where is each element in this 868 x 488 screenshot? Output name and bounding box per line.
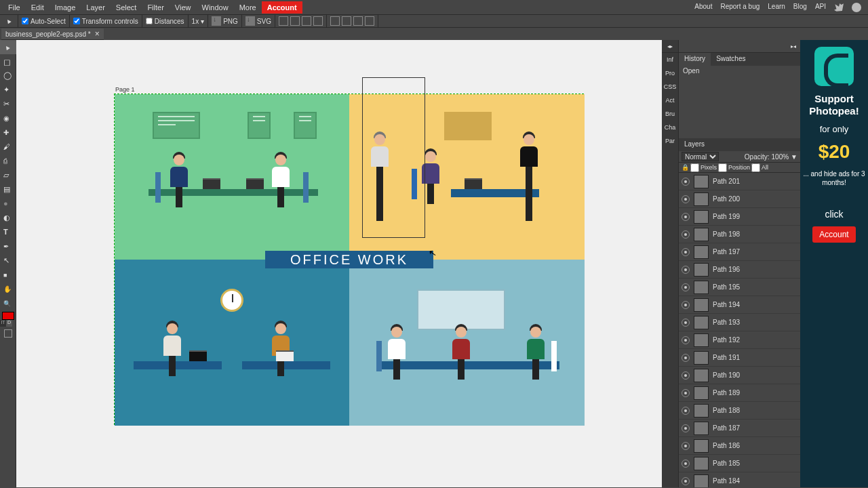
marquee-tool[interactable] (0, 54, 16, 68)
layer-visibility-icon[interactable] (682, 319, 690, 327)
layer-thumbnail[interactable] (694, 422, 709, 435)
export-svg[interactable]: SVG (257, 18, 271, 25)
layer-thumbnail[interactable] (694, 386, 709, 400)
mask-mode-icon[interactable] (4, 329, 12, 338)
layer-row[interactable]: Path 186 (679, 437, 800, 455)
layer-visibility-icon[interactable] (682, 266, 690, 274)
swatches-tab[interactable]: Swatches (711, 53, 751, 66)
artboard[interactable]: OFFICE WORK (114, 94, 584, 425)
dist-t-icon[interactable] (365, 16, 374, 26)
layer-thumbnail[interactable] (694, 281, 709, 294)
menu-image[interactable]: Image (50, 1, 81, 14)
layer-visibility-icon[interactable] (682, 354, 690, 362)
layer-row[interactable]: Path 195 (679, 279, 800, 296)
layer-thumbnail[interactable] (694, 192, 709, 206)
history-entry[interactable]: Open (683, 67, 796, 75)
distances-checkbox[interactable] (146, 18, 153, 24)
facebook-icon[interactable] (848, 1, 865, 14)
lock-pixels-checkbox[interactable] (690, 163, 699, 172)
path-select-tool[interactable] (0, 253, 16, 268)
heal-tool[interactable] (0, 125, 16, 140)
align-top-icon[interactable] (313, 16, 323, 26)
menu-view[interactable]: View (170, 1, 197, 14)
layer-visibility-icon[interactable] (682, 407, 690, 415)
layer-visibility-icon[interactable] (682, 389, 690, 397)
layer-thumbnail[interactable] (694, 404, 709, 418)
layer-thumbnail[interactable] (694, 210, 709, 224)
menu-window[interactable]: Window (197, 1, 234, 14)
export-png[interactable]: PNG (223, 18, 238, 25)
layer-visibility-icon[interactable] (682, 424, 690, 432)
close-tab-icon[interactable]: × (95, 29, 100, 39)
layer-visibility-icon[interactable] (682, 283, 690, 291)
document-tab[interactable]: business_people2-eps.psd * × (1, 28, 104, 40)
export-scale[interactable]: 1x (192, 18, 199, 25)
stamp-tool[interactable] (0, 154, 16, 168)
layer-thumbnail[interactable] (694, 228, 709, 241)
layer-row[interactable]: Path 198 (679, 226, 800, 243)
layer-thumbnail[interactable] (694, 298, 709, 312)
opacity-value[interactable]: 100% (772, 153, 789, 161)
panel-tab-char[interactable]: Cha (662, 121, 678, 134)
pen-tool[interactable] (0, 239, 16, 253)
panel-tab-brush[interactable]: Bru (662, 107, 678, 121)
layer-visibility-icon[interactable] (682, 178, 690, 186)
layer-row[interactable]: Path 185 (679, 455, 800, 472)
opacity-dropdown-icon[interactable]: ▼ (791, 153, 797, 161)
menu-filter[interactable]: Filter (142, 1, 169, 14)
layer-row[interactable]: Path 193 (679, 314, 800, 331)
layer-row[interactable]: Path 188 (679, 402, 800, 420)
menu-layer[interactable]: Layer (81, 1, 111, 14)
layer-visibility-icon[interactable] (682, 442, 690, 450)
dodge-tool[interactable] (0, 211, 16, 225)
layer-thumbnail[interactable] (694, 457, 709, 470)
panel-tab-actions[interactable]: Act (662, 94, 678, 107)
layer-visibility-icon[interactable] (682, 248, 690, 256)
lock-all-checkbox[interactable] (751, 163, 760, 172)
layer-row[interactable]: Path 201 (679, 173, 800, 190)
menu-account[interactable]: Account (262, 1, 302, 14)
layer-visibility-icon[interactable] (682, 477, 690, 485)
layer-visibility-icon[interactable] (682, 230, 690, 239)
layer-row[interactable]: Path 187 (679, 420, 800, 437)
panel-tab-css[interactable]: CSS (662, 80, 678, 94)
promo-account-button[interactable]: Account (812, 226, 855, 243)
layer-row[interactable]: Path 194 (679, 296, 800, 314)
layer-row[interactable]: Path 196 (679, 261, 800, 279)
layer-visibility-icon[interactable] (682, 213, 690, 221)
transform-checkbox[interactable] (73, 18, 80, 24)
layer-visibility-icon[interactable] (682, 371, 690, 380)
link-api[interactable]: API (811, 1, 830, 14)
link-blog[interactable]: Blog (789, 1, 811, 14)
foreground-color-swatch[interactable] (2, 312, 14, 320)
dist-v-icon[interactable] (342, 16, 351, 26)
link-about[interactable]: About (690, 1, 716, 14)
panel-collapse-icon[interactable]: ▸◂ (791, 43, 796, 49)
layer-thumbnail[interactable] (694, 175, 709, 188)
layer-row[interactable]: Path 191 (679, 349, 800, 367)
layer-row[interactable]: Path 199 (679, 208, 800, 226)
align-right-icon[interactable] (302, 16, 311, 26)
layer-visibility-icon[interactable] (682, 460, 690, 468)
layer-row[interactable]: Path 192 (679, 331, 800, 349)
move-tool[interactable] (0, 40, 16, 54)
layer-thumbnail[interactable] (694, 369, 709, 382)
auto-select-checkbox[interactable] (22, 18, 28, 24)
lock-position-checkbox[interactable] (718, 163, 727, 172)
eraser-tool[interactable] (0, 168, 16, 182)
layer-thumbnail[interactable] (694, 333, 709, 347)
layer-row[interactable]: Path 200 (679, 190, 800, 208)
layer-row[interactable]: Path 184 (679, 472, 800, 487)
dist-s-icon[interactable] (353, 16, 363, 26)
menu-file[interactable]: File (3, 1, 26, 14)
it-d-buttons[interactable]: ITD (0, 320, 16, 327)
align-left-icon[interactable] (279, 16, 288, 26)
dist-h-icon[interactable] (330, 16, 340, 26)
layer-thumbnail[interactable] (694, 263, 709, 277)
lasso-tool[interactable] (0, 68, 16, 83)
selection-rectangle[interactable] (362, 77, 425, 238)
wand-tool[interactable] (0, 83, 16, 97)
download-png-icon[interactable] (212, 16, 221, 26)
hand-tool[interactable] (0, 282, 16, 296)
canvas-area[interactable]: Page 1 (16, 40, 662, 487)
